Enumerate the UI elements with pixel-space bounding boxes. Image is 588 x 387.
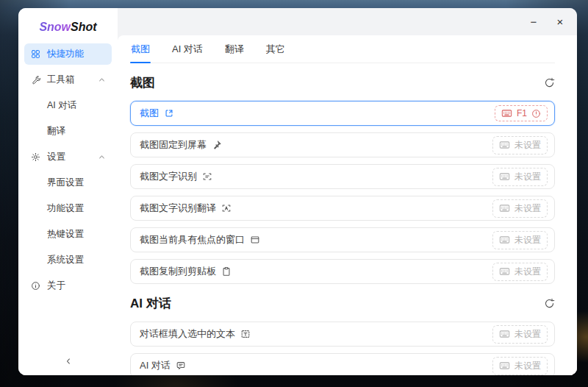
- sidebar-item-label: 工具箱: [47, 74, 75, 86]
- refresh-icon[interactable]: [544, 77, 555, 88]
- clipboard-icon: [221, 266, 232, 277]
- keyboard-icon: [499, 141, 510, 149]
- shortcut-text: F1: [517, 108, 527, 118]
- sidebar-item-label: 快捷功能: [47, 48, 84, 60]
- snowshot-window: SnowShot 快捷功能工具箱AI 对话翻译设置界面设置功能设置热键设置系统设…: [18, 8, 577, 375]
- section-title: 截图: [130, 74, 155, 91]
- hotkey-row-label: 截图: [140, 107, 159, 120]
- hotkey-row-label-group: 对话框填入选中的文本: [140, 327, 251, 341]
- shortcut-badge[interactable]: 未设置: [492, 136, 548, 155]
- chevron-left-icon: [63, 356, 74, 366]
- sidebar-item-6[interactable]: 功能设置: [24, 198, 112, 219]
- sidebar-item-label: 系统设置: [47, 254, 84, 266]
- sidebar-item-7[interactable]: 热键设置: [24, 224, 112, 245]
- section-header: 截图: [130, 74, 555, 91]
- keyboard-icon: [499, 204, 510, 213]
- hotkey-row-label: 截图复制到剪贴板: [140, 265, 216, 278]
- hotkey-row-label: 截图当前具有焦点的窗口: [140, 233, 245, 246]
- sections-container: 截图截图F1截图固定到屏幕未设置截图文字识别未设置截图文字识别翻译未设置截图当前…: [130, 63, 555, 375]
- sidebar-item-3[interactable]: 翻译: [24, 121, 112, 142]
- info-icon: [30, 281, 40, 291]
- keyboard-icon: [499, 172, 510, 181]
- shortcut-badge[interactable]: F1: [495, 105, 548, 121]
- hotkey-row-label-group: 截图文字识别: [140, 170, 212, 183]
- tab-0[interactable]: 截图: [130, 39, 151, 63]
- shortcut-text: 未设置: [514, 328, 541, 341]
- text-select-icon: [240, 329, 251, 339]
- grid-icon: [30, 49, 40, 60]
- sidebar-item-1[interactable]: 工具箱: [24, 69, 112, 90]
- sidebar-item-label: 界面设置: [47, 177, 84, 189]
- tool-icon: [30, 75, 40, 85]
- ocr-translate-icon: [221, 203, 232, 213]
- keyboard-icon: [499, 235, 510, 244]
- sidebar-item-4[interactable]: 设置: [24, 146, 112, 168]
- sidebar-item-label: AI 对话: [47, 99, 76, 112]
- tab-bar: 截图AI 对话翻译其它: [130, 39, 555, 63]
- hotkey-row[interactable]: 截图复制到剪贴板未设置: [130, 259, 555, 284]
- hotkey-row[interactable]: 对话框填入选中的文本未设置: [130, 322, 555, 347]
- hotkey-row[interactable]: 截图当前具有焦点的窗口未设置: [130, 227, 555, 252]
- shortcut-badge[interactable]: 未设置: [492, 231, 548, 249]
- tab-2[interactable]: 翻译: [224, 39, 245, 63]
- shortcut-text: 未设置: [514, 171, 541, 183]
- shortcut-text: 未设置: [514, 234, 541, 246]
- hotkey-row[interactable]: 截图F1: [130, 101, 555, 126]
- logo-text-shot: Shot: [71, 21, 97, 33]
- hotkey-row[interactable]: 截图文字识别未设置: [130, 164, 555, 189]
- sidebar-item-label: 热键设置: [47, 228, 84, 241]
- refresh-icon[interactable]: [544, 298, 555, 309]
- warning-circle-icon: [531, 109, 541, 118]
- focused-window-icon: [250, 235, 260, 245]
- chevron-up-icon: [97, 75, 107, 85]
- section-header: AI 对话: [130, 295, 555, 312]
- sidebar-item-label: 翻译: [47, 125, 65, 138]
- sidebar-collapse-button[interactable]: [18, 347, 118, 375]
- desktop-background: SnowShot 快捷功能工具箱AI 对话翻译设置界面设置功能设置热键设置系统设…: [0, 0, 588, 387]
- hotkey-row[interactable]: 截图文字识别翻译未设置: [130, 196, 555, 221]
- shortcut-badge[interactable]: 未设置: [492, 325, 548, 344]
- hotkey-row-label: 截图文字识别翻译: [140, 202, 216, 215]
- content-panel: 截图AI 对话翻译其它 截图截图F1截图固定到屏幕未设置截图文字识别未设置截图文…: [118, 35, 577, 375]
- hotkey-row-label-group: 截图文字识别翻译: [140, 202, 232, 215]
- chat-icon: [176, 361, 186, 371]
- shortcut-badge[interactable]: 未设置: [492, 199, 548, 218]
- logo-text-snow: Snow: [39, 21, 71, 33]
- shortcut-badge[interactable]: 未设置: [492, 357, 548, 375]
- shortcut-text: 未设置: [514, 266, 541, 278]
- tab-3[interactable]: 其它: [265, 39, 286, 63]
- screenshot-icon: [164, 108, 174, 118]
- keyboard-icon: [501, 109, 512, 118]
- hotkey-row-label: 截图固定到屏幕: [140, 138, 207, 152]
- sidebar-item-2[interactable]: AI 对话: [24, 95, 112, 116]
- sidebar-item-label: 关于: [47, 280, 65, 292]
- hotkey-row-label-group: 截图当前具有焦点的窗口: [140, 233, 260, 246]
- hotkey-row[interactable]: AI 对话未设置: [130, 353, 555, 375]
- hotkey-row-label: 截图文字识别: [140, 170, 197, 183]
- sidebar-item-5[interactable]: 界面设置: [24, 172, 112, 194]
- keyboard-icon: [499, 267, 510, 276]
- keyboard-icon: [499, 330, 510, 338]
- hotkey-row-label-group: 截图: [140, 107, 174, 120]
- sidebar-item-0[interactable]: 快捷功能: [24, 43, 112, 65]
- hotkey-row-label-group: 截图复制到剪贴板: [140, 265, 232, 278]
- app-logo: SnowShot: [18, 8, 118, 43]
- keyboard-icon: [499, 361, 510, 370]
- gear-icon: [30, 152, 40, 163]
- section-title: AI 对话: [130, 295, 171, 312]
- close-button[interactable]: ×: [549, 13, 571, 31]
- tab-1[interactable]: AI 对话: [171, 39, 204, 63]
- shortcut-badge[interactable]: 未设置: [492, 168, 548, 186]
- hotkey-row-label-group: AI 对话: [140, 359, 186, 372]
- shortcut-text: 未设置: [514, 202, 541, 215]
- hotkey-row-label-group: 截图固定到屏幕: [140, 138, 222, 152]
- sidebar-item-8[interactable]: 系统设置: [24, 249, 112, 271]
- sidebar-item-9[interactable]: 关于: [24, 275, 112, 297]
- hotkey-row[interactable]: 截图固定到屏幕未设置: [130, 132, 555, 157]
- shortcut-badge[interactable]: 未设置: [492, 263, 548, 281]
- hotkey-row-label: AI 对话: [140, 359, 171, 372]
- titlebar: − ×: [118, 8, 577, 35]
- hotkey-row-label: 对话框填入选中的文本: [140, 327, 235, 341]
- minimize-button[interactable]: −: [523, 13, 545, 31]
- sidebar-menu: 快捷功能工具箱AI 对话翻译设置界面设置功能设置热键设置系统设置关于: [18, 43, 118, 347]
